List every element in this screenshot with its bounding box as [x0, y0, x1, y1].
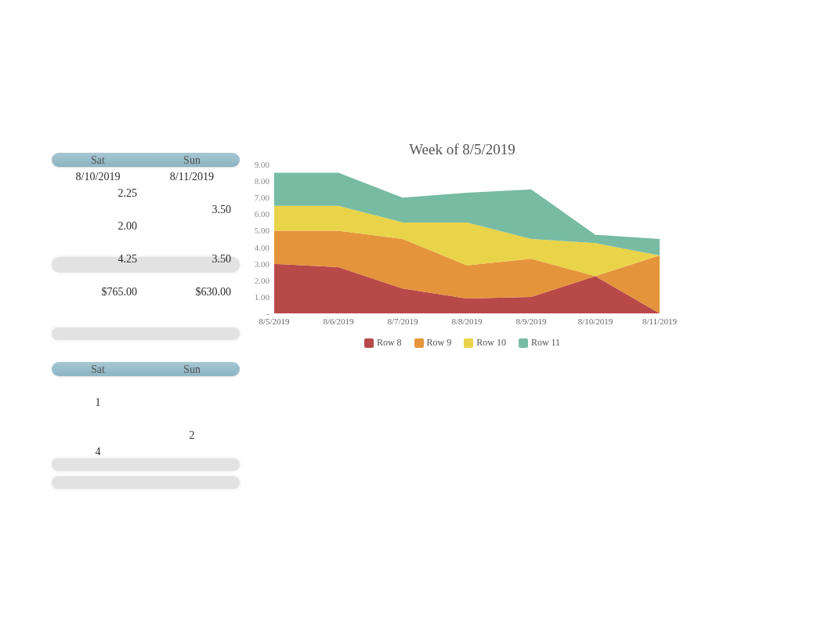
- chart-x-tick: 8/9/2019: [515, 317, 546, 326]
- table-row: 8/10/2019 8/11/2019: [51, 168, 239, 185]
- table-row: 4: [51, 443, 239, 460]
- cell: [145, 317, 239, 333]
- chart-legend-item: Row 9: [414, 337, 452, 349]
- table2-col-header-sat: Sat: [51, 361, 145, 378]
- cell: [145, 218, 239, 234]
- weekly-chart: Week of 8/5/2019 9.008.007.006.005.004.0…: [243, 133, 682, 376]
- chart-x-tick: 8/6/2019: [323, 317, 353, 326]
- table-row: 2: [51, 427, 239, 443]
- legend-swatch-icon: [364, 338, 374, 348]
- cell: [145, 443, 239, 460]
- cell: [51, 201, 145, 218]
- cell: [145, 300, 239, 317]
- cell: [145, 267, 239, 284]
- chart-title: Week of 8/5/2019: [243, 141, 682, 158]
- chart-y-tick: 7.00: [246, 193, 269, 202]
- chart-x-tick: 8/5/2019: [259, 317, 289, 326]
- data-table-1: Sat Sun 8/10/2019 8/11/2019 2.25 3.50 2.…: [51, 152, 239, 333]
- cell: $765.00: [51, 284, 145, 300]
- table-row: [51, 460, 239, 476]
- cell: [51, 300, 145, 317]
- cell: 4.25: [51, 251, 145, 267]
- table-row: $765.00 $630.00: [51, 284, 239, 300]
- cell: [51, 460, 145, 476]
- legend-label: Row 11: [531, 337, 560, 348]
- table1-header-row: Sat Sun: [51, 152, 239, 168]
- table-row: 3.50: [51, 201, 239, 218]
- table1-col-header-sun: Sun: [145, 152, 239, 168]
- chart-y-tick: 1.00: [246, 292, 269, 302]
- chart-legend: Row 8Row 9Row 10Row 11: [243, 337, 682, 349]
- chart-plot-area: 9.008.007.006.005.004.003.002.001.00-: [274, 165, 660, 313]
- cell: [51, 427, 145, 443]
- chart-y-tick: 8.00: [246, 176, 269, 186]
- legend-swatch-icon: [464, 338, 473, 348]
- table-row: 4.25 3.50: [51, 251, 239, 267]
- legend-swatch-icon: [519, 338, 528, 348]
- cell: $630.00: [145, 284, 239, 300]
- chart-y-tick: 5.00: [246, 226, 269, 235]
- legend-label: Row 10: [476, 337, 506, 348]
- chart-y-tick: 6.00: [246, 209, 269, 219]
- chart-x-tick: 8/11/2019: [642, 317, 677, 326]
- cell: 2: [145, 427, 239, 443]
- chart-y-tick: 3.00: [246, 259, 269, 269]
- cell: 3.50: [145, 251, 239, 267]
- cell: 8/11/2019: [145, 168, 239, 185]
- cell: [145, 185, 239, 201]
- table2-header-row: Sat Sun: [51, 361, 239, 378]
- cell: 1: [51, 394, 145, 411]
- table-row: 1: [51, 394, 239, 411]
- table-row: [51, 476, 239, 493]
- table-row: 2.25: [51, 185, 239, 201]
- table-row: [51, 300, 239, 317]
- cell: [145, 234, 239, 251]
- legend-label: Row 8: [377, 337, 402, 348]
- table-row: [51, 267, 239, 284]
- table1-col-header-sat: Sat: [51, 152, 145, 168]
- cell: [51, 267, 145, 284]
- chart-y-tick: 4.00: [246, 243, 269, 252]
- cell: 8/10/2019: [51, 168, 145, 185]
- cell: [145, 476, 239, 493]
- cell: [51, 411, 145, 427]
- chart-x-tick: 8/8/2019: [451, 317, 482, 326]
- cell: 3.50: [145, 201, 239, 218]
- legend-label: Row 9: [427, 337, 452, 348]
- cell: 4: [51, 443, 145, 460]
- cell: [145, 411, 239, 427]
- table-row: 2.00: [51, 218, 239, 234]
- table-row: [51, 317, 239, 333]
- cell: [145, 394, 239, 411]
- cell: 2.25: [51, 185, 145, 201]
- chart-legend-item: Row 10: [464, 337, 506, 349]
- cell: [51, 476, 145, 493]
- table-row: [51, 411, 239, 427]
- cell: [51, 378, 145, 394]
- cell: [145, 460, 239, 476]
- cell: [145, 378, 239, 394]
- chart-legend-item: Row 8: [364, 337, 402, 349]
- chart-x-axis: 8/5/20198/6/20198/7/20198/8/20198/9/2019…: [274, 317, 660, 332]
- chart-x-tick: 8/10/2019: [578, 317, 613, 326]
- table-row: [51, 234, 239, 251]
- cell: [51, 317, 145, 333]
- chart-legend-item: Row 11: [519, 337, 560, 349]
- table2-col-header-sun: Sun: [145, 361, 239, 378]
- chart-y-tick: 9.00: [246, 160, 269, 169]
- table-row: [51, 378, 239, 394]
- chart-x-tick: 8/7/2019: [387, 317, 418, 326]
- data-table-2: Sat Sun 1 2 4: [51, 361, 239, 493]
- chart-y-tick: 2.00: [246, 276, 269, 285]
- cell: 2.00: [51, 218, 145, 234]
- legend-swatch-icon: [414, 338, 424, 348]
- cell: [51, 234, 145, 251]
